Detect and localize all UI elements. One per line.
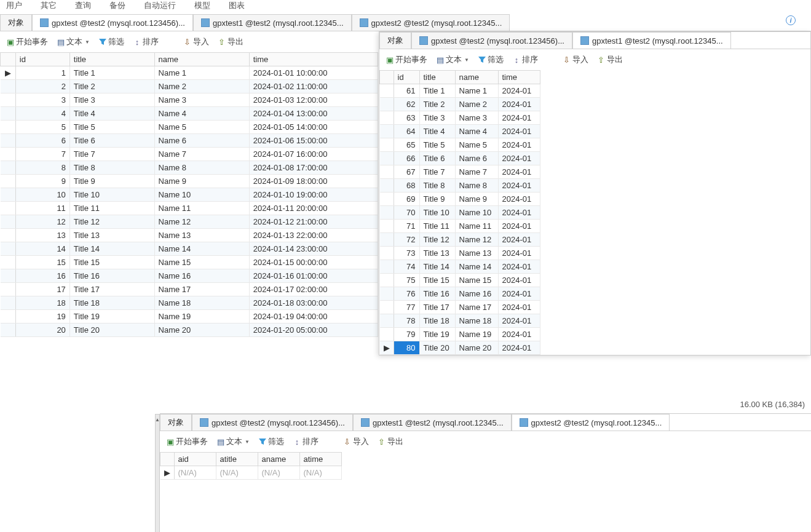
tab-gpxtest[interactable]: gpxtest @test2 (mysql.root.123456)... <box>32 14 193 31</box>
table-row[interactable]: 10Title 10Name 102024-01-10 19:00:00 <box>1 188 378 202</box>
column-header-name[interactable]: name <box>154 53 249 66</box>
text-button[interactable]: ▤文本▼ <box>436 54 469 65</box>
table-row[interactable]: 4Title 4Name 42024-01-04 13:00:00 <box>1 107 378 121</box>
table-row[interactable]: 7Title 7Name 72024-01-07 16:00:00 <box>1 148 378 161</box>
table-row[interactable]: 2Title 2Name 22024-01-02 11:00:00 <box>1 80 378 93</box>
table-row[interactable]: 71Title 11Name 112024-01 <box>380 220 540 233</box>
tab-gpxtest2[interactable]: gpxtest2 @test2 (mysql.root.12345... <box>512 414 670 431</box>
table-row[interactable]: 65Title 5Name 52024-01 <box>380 138 540 152</box>
menu-item[interactable]: 其它 <box>41 0 57 11</box>
menu-item[interactable]: 模型 <box>194 0 210 11</box>
table-row[interactable]: ▶(N/A)(N/A)(N/A)(N/A) <box>160 466 342 480</box>
table-row[interactable]: 63Title 3Name 32024-01 <box>380 111 540 125</box>
table-row[interactable]: 61Title 1Name 12024-01 <box>380 84 540 98</box>
column-header-name[interactable]: name <box>455 71 498 84</box>
column-header-aid[interactable]: aid <box>174 453 216 466</box>
table-row[interactable]: 16Title 16Name 162024-01-16 01:00:00 <box>1 269 378 283</box>
panel-gpxtest2: ▲ 对象 gpxtest @test2 (mysql.root.123456).… <box>160 413 811 480</box>
table-row[interactable]: 77Title 17Name 172024-01 <box>380 301 540 314</box>
table-row[interactable]: 11Title 11Name 112024-01-11 20:00:00 <box>1 202 378 215</box>
menu-item[interactable]: 用户 <box>6 0 22 11</box>
tab-gpxtest2[interactable]: gpxtest2 @test2 (mysql.root.12345... <box>352 14 510 31</box>
table-row[interactable]: 12Title 12Name 122024-01-12 21:00:00 <box>1 215 378 229</box>
table-row[interactable]: 79Title 19Name 192024-01 <box>380 328 540 341</box>
sort-button[interactable]: ↕排序 <box>293 436 318 447</box>
text-button[interactable]: ▤文本▼ <box>216 436 250 447</box>
export-button[interactable]: ⇧导出 <box>218 36 243 47</box>
menu-item[interactable]: 自动运行 <box>144 0 176 11</box>
tab-gpxtest[interactable]: gpxtest @test2 (mysql.root.123456)... <box>411 32 572 49</box>
tab-gpxtest1[interactable]: gpxtest1 @test2 (mysql.root.12345... <box>572 32 731 49</box>
sort-button[interactable]: ↕排序 <box>512 54 538 65</box>
panel-collapse-handle[interactable]: ▲ <box>155 414 160 532</box>
filter-button[interactable]: 筛选 <box>478 54 504 65</box>
tab-gpxtest[interactable]: gpxtest @test2 (mysql.root.123456)... <box>192 414 353 431</box>
table-row[interactable]: 73Title 13Name 132024-01 <box>380 247 540 260</box>
table-row[interactable]: 15Title 15Name 152024-01-15 00:00:00 <box>1 256 378 269</box>
table-row[interactable]: 70Title 10Name 102024-01 <box>380 206 540 220</box>
text-icon: ▤ <box>436 55 445 64</box>
filter-button[interactable]: 筛选 <box>258 436 284 447</box>
menu-item[interactable]: 查询 <box>75 0 91 11</box>
sort-icon: ↕ <box>133 38 141 46</box>
sort-button[interactable]: ↕排序 <box>133 36 159 47</box>
table-row[interactable]: 64Title 4Name 42024-01 <box>380 125 540 138</box>
column-header-time[interactable]: time <box>498 71 540 84</box>
table-row[interactable]: 18Title 18Name 182024-01-18 03:00:00 <box>1 296 378 310</box>
table-row[interactable]: 8Title 8Name 82024-01-08 17:00:00 <box>1 161 378 175</box>
tab-gpxtest1[interactable]: gpxtest1 @test2 (mysql.root.12345... <box>353 414 512 431</box>
filter-button[interactable]: 筛选 <box>98 36 124 47</box>
export-button[interactable]: ⇧导出 <box>378 436 403 447</box>
column-header-title[interactable]: title <box>419 71 455 84</box>
import-button[interactable]: ⇩导入 <box>563 54 588 65</box>
table-row[interactable]: 72Title 12Name 122024-01 <box>380 233 540 247</box>
tab-objects[interactable]: 对象 <box>160 414 192 431</box>
column-header-time[interactable]: time <box>249 53 378 66</box>
info-icon[interactable]: i <box>786 15 796 25</box>
begin-transaction-button[interactable]: ▣开始事务 <box>386 54 427 65</box>
table-row[interactable]: 5Title 5Name 52024-01-05 14:00:00 <box>1 121 378 134</box>
table-row[interactable]: 78Title 18Name 182024-01 <box>380 314 540 328</box>
table-icon <box>200 418 208 427</box>
column-header-id[interactable]: id <box>15 53 69 66</box>
table-row[interactable]: 13Title 13Name 132024-01-13 22:00:00 <box>1 229 378 242</box>
table-row[interactable]: ▶1Title 1Name 12024-01-01 10:00:00 <box>1 66 378 80</box>
data-table-2[interactable]: idtitlenametime61Title 1Name 12024-0162T… <box>379 70 540 355</box>
table-row[interactable]: 66Title 6Name 62024-01 <box>380 152 540 165</box>
table-row[interactable]: 62Title 2Name 22024-01 <box>380 98 540 111</box>
import-button[interactable]: ⇩导入 <box>343 436 369 447</box>
column-header-atime[interactable]: atime <box>299 453 341 466</box>
export-button[interactable]: ⇧导出 <box>597 54 623 65</box>
table-row[interactable]: 76Title 16Name 162024-01 <box>380 287 540 301</box>
data-table-1[interactable]: idtitlenametime▶1Title 1Name 12024-01-01… <box>0 52 378 337</box>
import-button[interactable]: ⇩导入 <box>183 36 209 47</box>
column-header-aname[interactable]: aname <box>258 453 299 466</box>
table-row[interactable]: 14Title 14Name 142024-01-14 23:00:00 <box>1 242 378 256</box>
table-row[interactable]: 9Title 9Name 92024-01-09 18:00:00 <box>1 175 378 188</box>
text-button[interactable]: ▤文本▼ <box>57 36 90 47</box>
table-row[interactable]: 17Title 17Name 172024-01-17 02:00:00 <box>1 283 378 296</box>
tab-objects[interactable]: 对象 <box>0 14 32 31</box>
menu-item[interactable]: 图表 <box>229 0 245 11</box>
table-row[interactable]: 19Title 19Name 192024-01-19 04:00:00 <box>1 310 378 324</box>
table-row[interactable]: ▶80Title 20Name 202024-01 <box>380 341 540 355</box>
table-row[interactable]: 69Title 9Name 92024-01 <box>380 193 540 206</box>
tab-objects[interactable]: 对象 <box>379 32 411 49</box>
menu-item[interactable]: 备份 <box>109 0 125 11</box>
column-header-id[interactable]: id <box>394 71 419 84</box>
tab-gpxtest1[interactable]: gpxtest1 @test2 (mysql.root.12345... <box>193 14 352 31</box>
table-row[interactable]: 6Title 6Name 62024-01-06 15:00:00 <box>1 134 378 148</box>
data-table-3[interactable]: aidatitleanameatime▶(N/A)(N/A)(N/A)(N/A) <box>160 452 342 480</box>
table-row[interactable]: 20Title 20Name 202024-01-20 05:00:00 <box>1 324 378 337</box>
table-row[interactable]: 68Title 8Name 82024-01 <box>380 179 540 193</box>
begin-transaction-button[interactable]: ▣开始事务 <box>166 436 208 447</box>
column-header-title[interactable]: title <box>69 53 154 66</box>
column-header-atitle[interactable]: atitle <box>216 453 258 466</box>
main-tabbar: 对象 gpxtest @test2 (mysql.root.123456)...… <box>0 14 811 31</box>
table-row[interactable]: 3Title 3Name 32024-01-03 12:00:00 <box>1 93 378 107</box>
chevron-down-icon: ▼ <box>85 39 90 45</box>
table-row[interactable]: 75Title 15Name 152024-01 <box>380 274 540 287</box>
table-row[interactable]: 67Title 7Name 72024-01 <box>380 165 540 179</box>
table-row[interactable]: 74Title 14Name 142024-01 <box>380 260 540 274</box>
begin-transaction-button[interactable]: ▣开始事务 <box>6 36 48 47</box>
